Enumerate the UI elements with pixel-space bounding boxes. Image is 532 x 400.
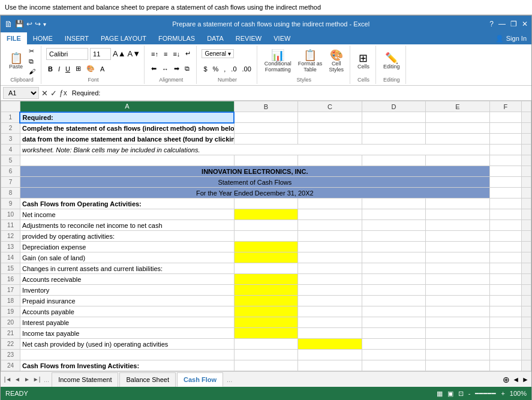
cell-2-A[interactable]: Complete the statement of cash flows (in… — [20, 123, 234, 134]
cell-11-F[interactable] — [489, 220, 521, 231]
percent-button[interactable]: % — [211, 65, 221, 73]
cell-22-E[interactable] — [426, 339, 490, 350]
cell-16-E[interactable] — [426, 274, 490, 285]
cell-13-B[interactable] — [234, 242, 298, 252]
scroll-right-btn[interactable]: ► — [522, 375, 529, 384]
cell-5-A[interactable] — [20, 155, 234, 166]
cell-18-F[interactable] — [489, 296, 521, 306]
cell-10-C[interactable] — [298, 209, 362, 220]
cell-11-B[interactable] — [234, 220, 298, 231]
merge-button[interactable]: ⧉ — [183, 64, 191, 73]
cell-14-F[interactable] — [489, 252, 521, 263]
cell-16-C[interactable] — [298, 274, 362, 285]
tab-page-layout[interactable]: PAGE LAYOUT — [95, 32, 152, 44]
col-header-b[interactable]: B — [234, 101, 298, 112]
cell-12-D[interactable] — [362, 231, 426, 242]
cell-5-F[interactable] — [489, 155, 521, 166]
cell-1-B[interactable] — [234, 112, 298, 123]
cell-24-A[interactable]: Cash Flows from Investing Activities: — [20, 360, 234, 371]
cell-19-E[interactable] — [426, 306, 490, 317]
cell-12-C[interactable] — [298, 231, 362, 242]
editing-button[interactable]: ✏️ Editing — [381, 52, 402, 71]
cell-21-C[interactable] — [298, 328, 362, 339]
cell-18-B[interactable] — [234, 296, 298, 306]
cell-6-A[interactable]: INNOVATION ELECTRONICS, INC. — [20, 166, 489, 177]
cell-14-D[interactable] — [362, 252, 426, 263]
cell-2-F[interactable] — [489, 123, 521, 134]
cell-23-A[interactable] — [20, 350, 234, 360]
underline-button[interactable]: U — [64, 65, 72, 73]
cell-24-B[interactable] — [234, 360, 298, 371]
bold-button[interactable]: B — [46, 65, 55, 73]
cell-15-F[interactable] — [489, 263, 521, 274]
tab-review[interactable]: REVIEW — [230, 32, 267, 44]
cell-4-A[interactable]: worksheet. Note: Blank cells may be incl… — [20, 145, 489, 155]
sheet-nav-next[interactable]: ► — [22, 375, 32, 384]
close-icon[interactable]: ✕ — [522, 20, 528, 28]
cell-13-D[interactable] — [362, 242, 426, 252]
cell-16-A[interactable]: Accounts receivable — [20, 274, 234, 285]
cell-19-B[interactable] — [234, 306, 298, 317]
cell-19-C[interactable] — [298, 306, 362, 317]
restore-icon[interactable]: ❐ — [510, 20, 517, 28]
cell-1-E[interactable] — [426, 112, 490, 123]
col-header-d[interactable]: D — [362, 101, 426, 112]
cell-19-F[interactable] — [489, 306, 521, 317]
comma-button[interactable]: , — [222, 65, 227, 73]
cell-7-A[interactable]: Statement of Cash Flows — [20, 177, 489, 188]
cell-5-C[interactable] — [298, 155, 362, 166]
cell-1-C[interactable] — [298, 112, 362, 123]
cell-16-B[interactable] — [234, 274, 298, 285]
font-color-button[interactable]: A — [98, 65, 106, 73]
cell-21-A[interactable]: Income tax payable — [20, 328, 234, 339]
decimal-decrease-button[interactable]: .00 — [241, 65, 253, 73]
conditional-formatting-button[interactable]: 📊 Conditional Formatting — [262, 49, 294, 74]
customize-icon[interactable]: ▾ — [43, 21, 46, 28]
cell-24-C[interactable] — [298, 360, 362, 371]
cell-22-D[interactable] — [362, 339, 426, 350]
align-top-button[interactable]: ≡↑ — [149, 50, 160, 58]
cell-2-E[interactable] — [426, 123, 490, 134]
cell-9-A[interactable]: Cash Flows from Operating Activities: — [20, 199, 234, 209]
cell-13-E[interactable] — [426, 242, 490, 252]
cell-12-F[interactable] — [489, 231, 521, 242]
cell-23-D[interactable] — [362, 350, 426, 360]
view-pagebreak-icon[interactable]: ⊡ — [458, 390, 464, 398]
cells-button[interactable]: ⊞ Cells — [355, 52, 372, 71]
help-icon[interactable]: ? — [489, 20, 494, 28]
cell-14-A[interactable]: Gain (on sale of land) — [20, 252, 234, 263]
cell-12-B[interactable] — [234, 231, 298, 242]
cell-1-A[interactable]: Required: — [20, 112, 234, 123]
cell-14-B[interactable] — [234, 252, 298, 263]
wrap-text-button[interactable]: ↵ — [184, 49, 193, 58]
fill-color-button[interactable]: 🎨 — [85, 64, 97, 73]
col-header-a[interactable]: A — [20, 101, 234, 112]
cell-reference-box[interactable]: A1 — [3, 87, 39, 99]
sheet-tab-income-statement[interactable]: Income Statement — [52, 372, 118, 387]
cell-17-D[interactable] — [362, 285, 426, 296]
cell-22-F[interactable] — [489, 339, 521, 350]
cell-15-C[interactable] — [298, 263, 362, 274]
cell-15-A[interactable]: Changes in current assets and current li… — [20, 263, 234, 274]
font-size-input[interactable] — [90, 48, 111, 60]
cell-5-D[interactable] — [362, 155, 426, 166]
cell-2-C[interactable] — [298, 123, 362, 134]
cell-9-C[interactable] — [298, 199, 362, 209]
sheet-nav-last[interactable]: ►| — [32, 375, 41, 384]
cell-9-F[interactable] — [489, 199, 521, 209]
paste-button[interactable]: 📋 Paste — [7, 52, 25, 71]
cell-20-D[interactable] — [362, 317, 426, 328]
tab-home[interactable]: HOME — [27, 32, 59, 44]
sheet-tab-cash-flow[interactable]: Cash Flow — [177, 372, 223, 387]
cell-10-E[interactable] — [426, 209, 490, 220]
borders-button[interactable]: ⊞ — [74, 64, 83, 73]
cell-5-E[interactable] — [426, 155, 490, 166]
cell-13-A[interactable]: Depreciation expense — [20, 242, 234, 252]
cell-1-D[interactable] — [362, 112, 426, 123]
cell-20-A[interactable]: Interest payable — [20, 317, 234, 328]
col-header-e[interactable]: E — [426, 101, 490, 112]
cell-23-F[interactable] — [489, 350, 521, 360]
decimal-increase-button[interactable]: .0 — [229, 65, 238, 73]
cell-22-A[interactable]: Net cash provided by (used in) operating… — [20, 339, 234, 350]
save-icon[interactable]: 💾 — [15, 20, 24, 28]
